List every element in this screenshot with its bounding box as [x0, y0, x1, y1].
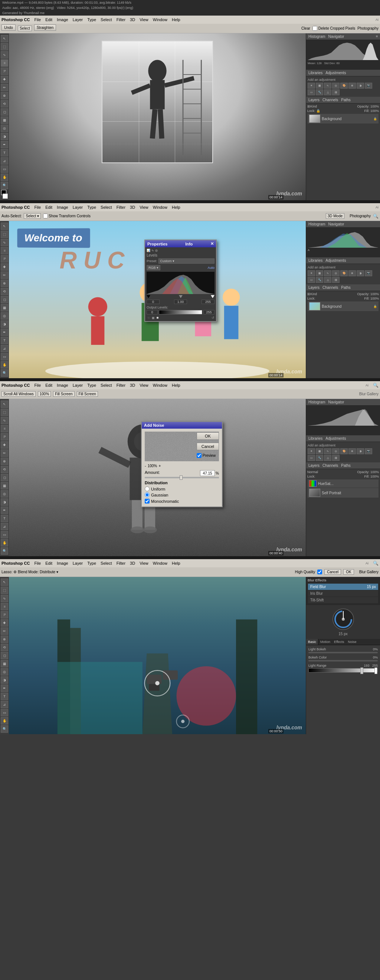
- menu-layer-4[interactable]: Layer: [73, 561, 83, 565]
- s4-tool-clone[interactable]: ⊕: [1, 636, 8, 643]
- s3-tool-eraser[interactable]: ◻: [1, 474, 8, 481]
- tab-adjustments-2[interactable]: Adjustments: [326, 258, 346, 262]
- levels-close-btn[interactable]: ✕: [211, 241, 214, 246]
- menu-filter-4[interactable]: Filter: [117, 561, 125, 565]
- s3-adj-2[interactable]: ▦: [316, 448, 323, 454]
- s2-tool-zoom[interactable]: 🔍: [1, 369, 8, 377]
- levels-icon-1[interactable]: 📊: [147, 249, 150, 252]
- blur-dial-svg[interactable]: [332, 608, 354, 630]
- input-shadow-val[interactable]: [147, 300, 160, 304]
- s3-adj-6[interactable]: ⊕: [348, 448, 356, 454]
- search-btn-2[interactable]: 🔍: [373, 213, 378, 219]
- s4-tool-crop[interactable]: ⌗: [1, 603, 8, 610]
- tab-layers-3[interactable]: Layers: [308, 463, 319, 468]
- s3-adj-11[interactable]: △: [324, 455, 331, 461]
- menu-file-3[interactable]: File: [34, 383, 41, 388]
- layer-huesat-3[interactable]: HueSat...: [308, 479, 378, 488]
- adj-selective[interactable]: 🔧: [316, 89, 323, 95]
- amount-input[interactable]: [200, 470, 215, 476]
- select-dropdown-2[interactable]: Select ▾: [24, 213, 41, 219]
- s3-tool-clone[interactable]: ⊕: [1, 458, 8, 465]
- menu-help-3[interactable]: Help: [172, 383, 180, 388]
- s3-tool-text[interactable]: T: [1, 515, 8, 522]
- tool-shape[interactable]: ▭: [1, 165, 8, 173]
- s4-tool-heal[interactable]: ✚: [1, 619, 8, 627]
- menu-edit-1[interactable]: Edit: [45, 18, 52, 22]
- s2-tool-text[interactable]: T: [1, 337, 8, 344]
- hq-checkbox[interactable]: [317, 570, 322, 574]
- levels-icon-3[interactable]: ◎: [155, 249, 158, 252]
- app-name-4[interactable]: Photoshop CC: [2, 561, 30, 565]
- s2-tool-heal[interactable]: ✚: [1, 263, 8, 270]
- adj-colorbal[interactable]: ⊕: [348, 83, 356, 89]
- s4-tool-hand[interactable]: ✋: [1, 717, 8, 724]
- tool-dodge[interactable]: ◑: [1, 133, 8, 140]
- straighten-btn[interactable]: Straighten: [34, 24, 56, 31]
- noise-ok-btn[interactable]: OK: [197, 432, 219, 440]
- bg-color[interactable]: [3, 194, 8, 199]
- s2-adj-7[interactable]: ◑: [357, 270, 364, 276]
- tool-eyedropper[interactable]: 𝓟: [1, 67, 8, 75]
- gaussian-option[interactable]: Gaussian: [145, 492, 219, 497]
- s3-adj-7[interactable]: ◑: [357, 448, 364, 454]
- menu-help-1[interactable]: Help: [172, 18, 180, 22]
- menu-window-4[interactable]: Window: [153, 561, 168, 565]
- levels-sample-shadow[interactable]: ◾: [147, 316, 151, 320]
- input-midtone-val[interactable]: [174, 300, 187, 304]
- tab-histogram-2[interactable]: Histogram: [308, 222, 326, 226]
- s2-adj-2[interactable]: ▦: [316, 270, 323, 276]
- s3-adj-9[interactable]: ▭: [308, 455, 315, 461]
- tool-crop[interactable]: ⌗: [1, 59, 8, 67]
- menu-select-4[interactable]: Select: [101, 561, 112, 565]
- fill-screen-btn1[interactable]: Fill Screen: [53, 391, 74, 397]
- s3-tool-brush[interactable]: ✏: [1, 449, 8, 457]
- section2-canvas[interactable]: Welcome to R U C: [9, 221, 306, 378]
- noise-zoom-minus[interactable]: -: [145, 463, 146, 468]
- levels-reset-btn[interactable]: ↺: [212, 316, 214, 320]
- tab-paths-1[interactable]: Paths: [341, 98, 351, 102]
- menu-select-2[interactable]: Select: [101, 205, 112, 210]
- s3-adj-3[interactable]: ∿: [324, 448, 331, 454]
- tool-eraser[interactable]: ◻: [1, 108, 8, 116]
- menu-image-3[interactable]: Image: [57, 383, 68, 388]
- tool-hand[interactable]: ✋: [1, 173, 8, 181]
- s3-adj-4[interactable]: ◎: [332, 448, 340, 454]
- noise-preview-checkbox[interactable]: [197, 453, 201, 458]
- app-name-3[interactable]: Photoshop CC: [2, 383, 30, 388]
- s2-adj-10[interactable]: 🔧: [316, 277, 323, 283]
- menu-view-4[interactable]: View: [139, 561, 148, 565]
- tab-paths-2[interactable]: Paths: [341, 285, 351, 290]
- menu-image-4[interactable]: Image: [57, 561, 68, 565]
- auto-btn[interactable]: Auto: [208, 266, 214, 270]
- tab-libraries-1[interactable]: Libraries: [308, 71, 323, 75]
- adj-posterize[interactable]: ▤: [332, 89, 340, 95]
- s4-tool-select[interactable]: ⬚: [1, 587, 8, 594]
- s2-tool-dodge[interactable]: ◑: [1, 320, 8, 328]
- s3-tool-shape[interactable]: ▭: [1, 531, 8, 538]
- add-noise-dialog[interactable]: Add Noise OK Cancel: [141, 421, 223, 507]
- menu-help-2[interactable]: Help: [172, 205, 180, 210]
- output-max-val[interactable]: [203, 310, 214, 315]
- tool-select[interactable]: ⬚: [1, 43, 8, 51]
- menu-edit-4[interactable]: Edit: [45, 561, 52, 565]
- s2-adj-5[interactable]: 🎨: [340, 270, 348, 276]
- s4-tool-dodge[interactable]: ◑: [1, 676, 8, 684]
- s3-tool-hand[interactable]: ✋: [1, 539, 8, 547]
- tool-move[interactable]: ↖: [1, 35, 8, 42]
- adj-threshold[interactable]: △: [324, 89, 331, 95]
- menu-image-2[interactable]: Image: [57, 205, 68, 210]
- s3-tool-zoom[interactable]: 🔍: [1, 547, 8, 555]
- s3-tool-lasso[interactable]: ∿: [1, 417, 8, 424]
- light-bokeh-track[interactable]: [308, 652, 378, 653]
- s2-tool-path[interactable]: ⊿: [1, 345, 8, 352]
- fill-screen-btn2[interactable]: Fill Screen: [77, 391, 98, 397]
- amount-slider-thumb[interactable]: [180, 476, 183, 480]
- light-range-track[interactable]: [308, 668, 378, 673]
- s2-tool-hist[interactable]: ⟲: [1, 288, 8, 295]
- uniform-option[interactable]: Uniform: [145, 487, 219, 491]
- s4-tool-path[interactable]: ⊿: [1, 701, 8, 708]
- tab-histogram-1[interactable]: Histogram: [308, 35, 326, 38]
- uniform-radio[interactable]: [145, 487, 150, 491]
- s2-tool-shape[interactable]: ▭: [1, 353, 8, 360]
- light-range-right-thumb[interactable]: [374, 667, 377, 674]
